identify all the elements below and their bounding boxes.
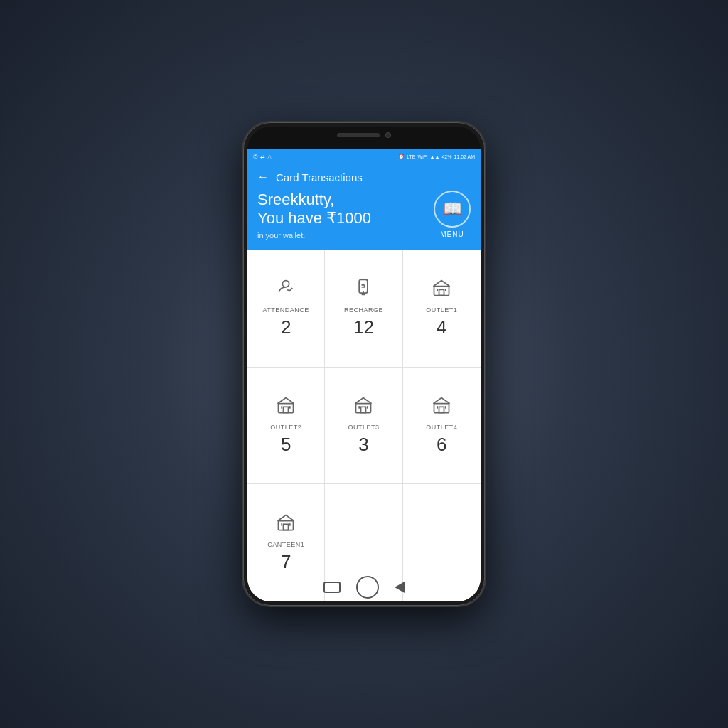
phone-screen-area: ✆ ⇄ △ ⏰ LTE WiFi ▲▲ 42% 11:02 AM ← Card …: [247, 127, 481, 601]
grid-item-recharge[interactable]: RECHARGE 12: [325, 250, 402, 368]
menu-icon-circle: 📖: [434, 191, 471, 228]
home-button[interactable]: [356, 576, 379, 599]
app-header: ← Card Transactions Sreekkutty, You have…: [247, 164, 481, 250]
alert-icon: △: [267, 154, 272, 160]
svg-rect-20: [439, 407, 444, 412]
recharge-label: RECHARGE: [344, 306, 383, 314]
menu-button[interactable]: 📖 MENU: [434, 191, 471, 238]
app-screen: ✆ ⇄ △ ⏰ LTE WiFi ▲▲ 42% 11:02 AM ← Card …: [247, 149, 481, 601]
outlet3-label: OUTLET3: [348, 424, 379, 431]
outlet1-label: OUTLET1: [426, 306, 457, 314]
back-button[interactable]: ←: [257, 171, 269, 183]
lte-indicator: LTE: [407, 154, 415, 159]
attendance-label: ATTENDANCE: [262, 306, 309, 314]
svg-rect-15: [356, 404, 371, 413]
svg-rect-8: [439, 289, 444, 295]
wallet-info: Sreekkutty, You have ₹1000 in your walle…: [257, 191, 434, 240]
outlet2-label: OUTLET2: [270, 424, 301, 431]
grid-item-outlet2[interactable]: OUTLET2 5: [247, 368, 325, 485]
svg-rect-23: [279, 520, 294, 530]
outlet4-count: 6: [437, 434, 446, 456]
grid-item-outlet3[interactable]: OUTLET3 3: [325, 368, 402, 485]
back-hardware-button[interactable]: [395, 582, 405, 593]
grid-item-outlet1[interactable]: OUTLET1 4: [403, 250, 481, 368]
page-title: Card Transactions: [276, 171, 363, 183]
outlet2-count: 5: [281, 434, 291, 456]
grid-item-canteen1[interactable]: CANTEEN1 7: [247, 484, 325, 601]
wallet-sub: in your wallet.: [257, 231, 434, 240]
recharge-icon: [353, 278, 373, 302]
canteen1-icon: [276, 513, 296, 537]
header-content: Sreekkutty, You have ₹1000 in your walle…: [257, 191, 471, 250]
canteen1-count: 7: [281, 551, 291, 573]
header-nav: ← Card Transactions: [257, 171, 471, 183]
svg-rect-11: [279, 404, 294, 413]
battery-text: 42%: [441, 154, 451, 159]
grid-item-attendance[interactable]: ATTENDANCE 2: [247, 250, 325, 368]
outlet4-icon: [432, 395, 451, 419]
outlet2-icon: [276, 395, 296, 419]
grid-item-outlet4[interactable]: OUTLET4 6: [403, 368, 481, 485]
svg-rect-19: [434, 404, 449, 413]
outlet1-icon: [432, 278, 451, 302]
phone-bottom-buttons: [323, 576, 405, 599]
sync-icon: ⇄: [260, 154, 265, 160]
canteen1-label: CANTEEN1: [267, 541, 304, 548]
svg-point-0: [282, 281, 289, 287]
phone-top-hardware: [337, 132, 391, 138]
menu-label: MENU: [440, 230, 464, 238]
outlet3-count: 3: [358, 434, 368, 456]
transaction-grid: ATTENDANCE 2 R: [247, 250, 481, 601]
recharge-count: 12: [353, 316, 374, 338]
alarm-icon: ⏰: [398, 154, 405, 159]
signal-icon: ▲▲: [430, 154, 440, 159]
outlet4-label: OUTLET4: [426, 424, 457, 431]
book-icon: 📖: [443, 200, 462, 218]
attendance-count: 2: [281, 316, 291, 338]
speaker: [337, 133, 380, 137]
outlet3-icon: [353, 395, 373, 419]
attendance-icon: [276, 278, 296, 302]
status-bar: ✆ ⇄ △ ⏰ LTE WiFi ▲▲ 42% 11:02 AM: [247, 149, 481, 164]
phone-device: ✆ ⇄ △ ⏰ LTE WiFi ▲▲ 42% 11:02 AM ← Card …: [243, 122, 485, 606]
status-left-icons: ✆ ⇄ △: [253, 154, 272, 160]
svg-rect-16: [361, 407, 366, 412]
grid-empty-2: [403, 484, 481, 601]
svg-rect-1: [360, 279, 368, 293]
whatsapp-icon: ✆: [253, 154, 258, 160]
status-right-info: ⏰ LTE WiFi ▲▲ 42% 11:02 AM: [398, 154, 475, 159]
svg-rect-12: [284, 407, 289, 412]
outlet1-count: 4: [437, 316, 446, 338]
wallet-balance: You have ₹1000: [257, 209, 434, 228]
camera: [385, 132, 391, 138]
user-name: Sreekkutty,: [257, 191, 434, 209]
svg-rect-24: [284, 524, 289, 530]
wifi-icon: WiFi: [418, 154, 428, 159]
recent-apps-button[interactable]: [323, 582, 341, 593]
time-display: 11:02 AM: [454, 154, 475, 159]
svg-rect-7: [434, 287, 449, 296]
